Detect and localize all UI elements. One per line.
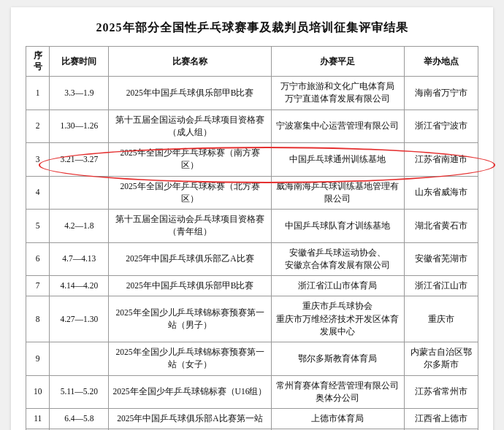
table-row: 13.3—1.92025年中国乒乓球俱乐部甲B比赛万宁市旅游和文化广电体育局 万… [26, 77, 478, 110]
cell-venue: 浙江省江山市体育局 [271, 276, 404, 296]
page-container: 2025年部分全国性乒乓球赛事及裁判员培训征集评审结果 序号 比赛时间 比赛名称… [11, 7, 493, 430]
cell-venue: 上德市体育局 [271, 409, 404, 429]
cell-seq: 7 [26, 276, 50, 296]
table-row: 116.4—5.82025年中国乒乓球俱乐部A比赛第一站上德市体育局江西省上德市 [26, 409, 478, 429]
table-row: 105.11—5.202025年全国少年乒乓球锦标赛（U16组）常州育赛体育经营… [26, 375, 478, 409]
cell-name: 2025年全国少年乒乓球标赛（南方赛区） [109, 143, 272, 177]
cell-date: 4.2—1.8 [50, 210, 109, 243]
cell-seq: 5 [26, 210, 50, 243]
cell-seq: 11 [26, 409, 50, 429]
cell-seq: 9 [26, 342, 50, 376]
cell-seq: 2 [26, 110, 50, 143]
cell-name: 2025年全国少年乒乓球标赛（北方赛区） [109, 176, 272, 210]
cell-venue: 宁波塞集中心运营管理有限公司 [271, 110, 404, 143]
cell-location: 重庆市 [404, 296, 478, 342]
cell-date: 4.7—4.13 [50, 242, 109, 276]
table-row: 84.27—1.302025年全国少儿乒乓球锦标赛预赛第一站（男子）重庆市乒乓球… [26, 296, 478, 342]
cell-location: 江西省上德市 [404, 409, 478, 429]
cell-date [50, 176, 109, 210]
cell-name: 第十五届全国运动会乒乓球项目资格赛（成人组） [109, 110, 272, 143]
cell-venue: 万宁市旅游和文化广电体育局 万宁直道体育发展有限公司 [271, 77, 404, 110]
cell-seq: 10 [26, 375, 50, 409]
cell-location: 湖北省黄石市 [404, 210, 478, 243]
page-title: 2025年部分全国性乒乓球赛事及裁判员培训征集评审结果 [26, 20, 478, 36]
cell-location: 浙江省江山市 [404, 276, 478, 296]
cell-venue: 中国乒乓球队育才训练基地 [271, 210, 404, 243]
cell-seq: 4 [26, 176, 50, 210]
header-name: 比赛名称 [109, 47, 272, 77]
cell-date: 4.27—1.30 [50, 296, 109, 342]
cell-date: 3.21—3.27 [50, 143, 109, 177]
cell-date [50, 342, 109, 376]
cell-name: 第十五届全国运动会乒乓球项目资格赛（青年组） [109, 210, 272, 243]
header-venue: 办赛平足 [271, 47, 404, 77]
cell-name: 2025年中国乒乓球俱乐部A比赛第一站 [109, 409, 272, 429]
cell-location: 山东省威海市 [404, 176, 478, 210]
cell-name: 2025年全国少儿乒乓球锦标赛预赛第一站（女子） [109, 342, 272, 376]
cell-venue: 中国乒乓球通州训练基地 [271, 143, 404, 177]
cell-seq: 3 [26, 143, 50, 177]
table-row: 42025年全国少年乒乓球标赛（北方赛区）威海南海乒乓球训练基地管理有限公司山东… [26, 176, 478, 210]
cell-venue: 安徽省乒乓球运动协会、 安徽京合体育发展有限公司 [271, 242, 404, 276]
table-row: 64.7—4.132025年中国乒乓球俱乐部乙A比赛安徽省乒乓球运动协会、 安徽… [26, 242, 478, 276]
cell-name: 2025年中国乒乓球俱乐部甲B比赛 [109, 77, 272, 110]
cell-name: 2025年中国乒乓球俱乐部乙A比赛 [109, 242, 272, 276]
cell-date: 1.30—1.26 [50, 110, 109, 143]
table-row: 54.2—1.8第十五届全国运动会乒乓球项目资格赛（青年组）中国乒乓球队育才训练… [26, 210, 478, 243]
cell-seq: 6 [26, 242, 50, 276]
results-table: 序号 比赛时间 比赛名称 办赛平足 举办地点 13.3—1.92025年中国乒乓… [26, 46, 478, 430]
table-header-row: 序号 比赛时间 比赛名称 办赛平足 举办地点 [26, 47, 478, 77]
cell-name: 2025年全国少年乒乓球锦标赛（U16组） [109, 375, 272, 409]
cell-venue: 常州育赛体育经营管理有限公司 奥体分公司 [271, 375, 404, 409]
cell-date: 3.3—1.9 [50, 77, 109, 110]
cell-date: 5.11—5.20 [50, 375, 109, 409]
table-row: 33.21—3.272025年全国少年乒乓球标赛（南方赛区）中国乒乓球通州训练基… [26, 143, 478, 177]
cell-location: 内蒙古自治区鄂尔多斯市 [404, 342, 478, 376]
table-row: 74.14—4.202025年中国乒乓球俱乐部甲B比赛浙江省江山市体育局浙江省江… [26, 276, 478, 296]
cell-venue: 鄂尔多斯教育体育局 [271, 342, 404, 376]
table-row: 21.30—1.26第十五届全国运动会乒乓球项目资格赛（成人组）宁波塞集中心运营… [26, 110, 478, 143]
cell-seq: 1 [26, 77, 50, 110]
cell-location: 浙江省宁波市 [404, 110, 478, 143]
table-row: 92025年全国少儿乒乓球锦标赛预赛第一站（女子）鄂尔多斯教育体育局内蒙古自治区… [26, 342, 478, 376]
cell-seq: 8 [26, 296, 50, 342]
header-seq: 序号 [26, 47, 50, 77]
cell-date: 6.4—5.8 [50, 409, 109, 429]
header-date: 比赛时间 [50, 47, 109, 77]
cell-venue: 威海南海乒乓球训练基地管理有限公司 [271, 176, 404, 210]
cell-location: 江苏省常州市 [404, 375, 478, 409]
cell-location: 海南省万宁市 [404, 77, 478, 110]
cell-location: 江苏省南通市 [404, 143, 478, 177]
cell-date: 4.14—4.20 [50, 276, 109, 296]
cell-location: 安徽省芜湖市 [404, 242, 478, 276]
cell-name: 2025年中国乒乓球俱乐部甲B比赛 [109, 276, 272, 296]
cell-venue: 重庆市乒乓球协会 重庆市万维经济技术开发区体育发展中心 [271, 296, 404, 342]
cell-name: 2025年全国少儿乒乓球锦标赛预赛第一站（男子） [109, 296, 272, 342]
header-location: 举办地点 [404, 47, 478, 77]
